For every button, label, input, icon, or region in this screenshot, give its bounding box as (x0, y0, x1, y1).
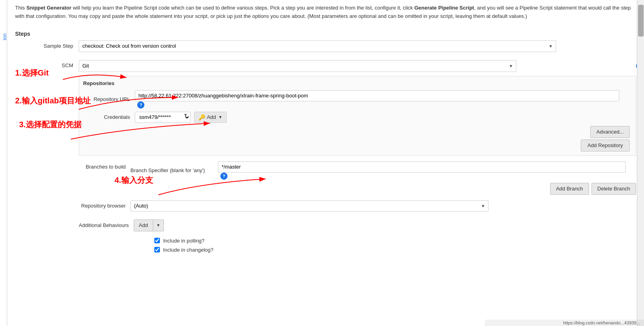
additional-behaviours-row: Additional Behaviours Add ▼ (79, 219, 636, 231)
delete-branch-button[interactable]: Delete Branch (591, 183, 636, 195)
main-content: This Snippet Generator will help you lea… (7, 0, 644, 326)
repo-browser-row: Repository browser (Auto) assembla bitbu… (79, 200, 636, 212)
credentials-add-button[interactable]: 🔑 Add ▼ (194, 112, 227, 123)
advanced-button[interactable]: Advanced... (590, 126, 630, 138)
credentials-controls: ssm479/****** - none - ▼ 🔑 Add ▼ (135, 112, 630, 123)
changelog-checkbox-row: Include in changelog? (154, 247, 636, 253)
additional-behaviours-field: Add ▼ (134, 219, 164, 231)
intro-text: This Snippet Generator will help you lea… (15, 0, 636, 27)
branch-input-wrapper: */master ? (218, 161, 636, 180)
repositories-title: Repositories (83, 80, 630, 86)
scm-select-wrapper: Git None Subversion ▼ (79, 60, 516, 72)
add-branch-button[interactable]: Add Branch (550, 183, 589, 195)
repo-url-field: http://58.22.61.222:27008/zhuanggebishen… (135, 90, 630, 109)
scrollbar-track (637, 0, 644, 326)
branches-section: Branches to build Branch Specifier (blan… (79, 161, 636, 195)
credentials-select[interactable]: ssm479/****** - none - (135, 112, 191, 123)
add-dropdown-arrow-icon: ▼ (218, 115, 222, 119)
sample-step-label: Sample Step (15, 43, 79, 49)
key-icon: 🔑 (198, 114, 205, 120)
scrollbar-thumb[interactable] (638, 5, 644, 37)
sample-step-select[interactable]: checkout: Check out from version control (79, 40, 556, 52)
repo-url-input[interactable]: http://58.22.61.222:27008/zhuanggebishen… (135, 90, 619, 101)
changelog-label: Include in changelog? (163, 247, 214, 253)
add-label[interactable]: Add (134, 220, 153, 231)
polling-label: Include in polling? (163, 238, 204, 244)
repo-browser-select[interactable]: (Auto) assembla bitbucket github (130, 200, 488, 212)
add-btn-label: Add (207, 114, 216, 120)
branch-btn-row: Add Branch Delete Branch (130, 183, 636, 195)
snippet-generator-bold: Snippet Generator (26, 5, 71, 11)
repositories-block: Repositories Repository URL http://58.22… (79, 76, 636, 156)
changelog-checkbox[interactable] (154, 247, 160, 252)
additional-behaviours-label: Additional Behaviours (79, 222, 134, 228)
checkboxes-section: Include in polling? Include in changelog… (79, 238, 636, 253)
status-bar: https://blog.csdn.net/henando...43939... (485, 320, 644, 326)
polling-checkbox[interactable] (154, 238, 160, 243)
repo-url-row: Repository URL http://58.22.61.222:27008… (83, 90, 630, 109)
additional-behaviours-add-button[interactable]: Add ▼ (134, 219, 164, 231)
repo-browser-select-wrapper: (Auto) assembla bitbucket github ▼ (130, 200, 488, 212)
branches-label: Branches to build (79, 161, 130, 170)
behaviours-dropdown-arrow-icon[interactable]: ▼ (153, 220, 163, 231)
repo-browser-field: (Auto) assembla bitbucket github ▼ ? (130, 200, 636, 212)
sample-step-select-wrapper: checkout: Check out from version control… (79, 40, 556, 52)
credentials-field: ssm479/****** - none - ▼ 🔑 Add ▼ (135, 112, 630, 123)
scm-row: SCM Git None Subversion ▼ ? (15, 60, 636, 256)
repo-browser-label: Repository browser (79, 203, 130, 209)
scm-label: SCM (15, 60, 79, 68)
scm-select[interactable]: Git None Subversion (79, 60, 516, 72)
repo-url-label: Repository URL (83, 96, 135, 102)
sample-step-row: Sample Step checkout: Check out from ver… (15, 40, 636, 52)
generate-pipeline-bold: Generate Pipeline Script (414, 5, 474, 11)
branch-help-icon[interactable]: ? (220, 173, 228, 180)
credentials-row: Credentials ssm479/****** - none - ▼ (83, 112, 630, 123)
branches-content: Branch Specifier (blank for 'any') */mas… (130, 161, 636, 195)
polling-checkbox-row: Include in polling? (154, 238, 636, 244)
branch-specifier-input[interactable]: */master (218, 161, 626, 173)
advanced-btn-row: Advanced... (83, 126, 630, 138)
steps-section: Steps Sample Step checkout: Check out fr… (15, 31, 636, 256)
steps-label: Steps (15, 31, 636, 37)
status-url: https://blog.csdn.net/henando...43939... (563, 320, 640, 325)
repo-url-help-icon[interactable]: ? (137, 101, 144, 109)
sidebar: ion (0, 0, 7, 326)
add-repo-btn-row: Add Repository (83, 140, 630, 151)
branches-row: Branches to build Branch Specifier (blan… (79, 161, 636, 195)
additional-behaviours-section: Additional Behaviours Add ▼ (79, 219, 636, 231)
branch-specifier-row: Branch Specifier (blank for 'any') */mas… (130, 161, 636, 180)
repo-browser-section: Repository browser (Auto) assembla bitbu… (79, 200, 636, 212)
credentials-label: Credentials (83, 114, 135, 120)
add-repository-button[interactable]: Add Repository (581, 140, 630, 151)
branch-specifier-label: Branch Specifier (blank for 'any') (130, 167, 218, 173)
